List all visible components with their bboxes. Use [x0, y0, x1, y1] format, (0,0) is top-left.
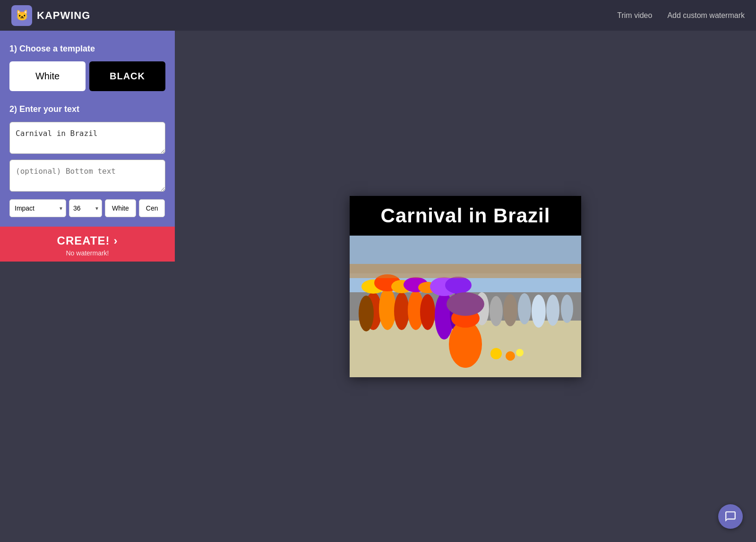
white-template-button[interactable]: White	[9, 61, 86, 91]
main-layout: 1) Choose a template White BLACK 2) Ente…	[0, 31, 756, 542]
svg-point-27	[447, 292, 484, 316]
meme-image-placeholder	[350, 236, 581, 377]
svg-point-20	[503, 294, 517, 326]
font-family-select[interactable]: Impact Arial Times New Roman	[9, 199, 66, 217]
font-size-select[interactable]: 24 30 36 42 48	[69, 199, 102, 217]
svg-point-22	[532, 295, 546, 328]
meme-image-area	[350, 236, 581, 377]
svg-point-17	[445, 277, 472, 294]
trim-video-link[interactable]: Trim video	[617, 11, 652, 20]
create-subtitle: No watermark!	[66, 249, 109, 257]
create-arrow-icon: ›	[113, 234, 118, 247]
svg-point-19	[490, 296, 503, 326]
meme-image-svg	[350, 236, 581, 377]
font-family-wrapper: Impact Arial Times New Roman ▼	[9, 199, 66, 217]
header: 🐱 KAPWING Trim video Add custom watermar…	[0, 0, 756, 31]
svg-rect-32	[350, 264, 581, 278]
font-size-wrapper: 24 30 36 42 48 ▼	[69, 199, 102, 217]
svg-point-23	[546, 295, 559, 326]
font-align-button[interactable]: Cen	[139, 199, 165, 217]
chat-bubble-button[interactable]	[718, 504, 743, 529]
font-color-button[interactable]: White	[105, 199, 136, 217]
svg-point-8	[420, 294, 435, 330]
content-area: Carnival in Brazil	[175, 31, 756, 542]
logo-text: KAPWING	[37, 9, 90, 22]
svg-point-24	[561, 295, 573, 323]
meme-preview: Carnival in Brazil	[350, 196, 581, 377]
font-controls: Impact Arial Times New Roman ▼ 24 30 36 …	[9, 199, 165, 217]
svg-point-6	[359, 296, 374, 331]
svg-point-30	[516, 349, 524, 356]
black-template-button[interactable]: BLACK	[89, 61, 165, 91]
create-footer[interactable]: CREATE! › No watermark!	[0, 227, 175, 262]
header-nav: Trim video Add custom watermark	[617, 11, 745, 20]
bottom-text-input[interactable]	[9, 160, 165, 192]
add-watermark-link[interactable]: Add custom watermark	[667, 11, 745, 20]
main-text-input[interactable]	[9, 122, 165, 154]
logo-icon: 🐱	[11, 5, 32, 26]
create-button[interactable]: CREATE! ›	[57, 234, 118, 247]
template-buttons: White BLACK	[9, 61, 165, 91]
step1-label: 1) Choose a template	[9, 44, 165, 54]
svg-point-5	[394, 292, 409, 330]
logo-area: 🐱 KAPWING	[11, 5, 90, 26]
svg-point-29	[506, 351, 515, 361]
chat-icon	[724, 510, 737, 523]
create-label: CREATE!	[57, 234, 110, 247]
svg-point-4	[379, 288, 396, 330]
meme-top-text: Carnival in Brazil	[350, 196, 581, 236]
svg-point-21	[518, 293, 531, 324]
sidebar: 1) Choose a template White BLACK 2) Ente…	[0, 31, 175, 227]
step2-label: 2) Enter your text	[9, 104, 165, 114]
svg-point-28	[490, 348, 502, 359]
